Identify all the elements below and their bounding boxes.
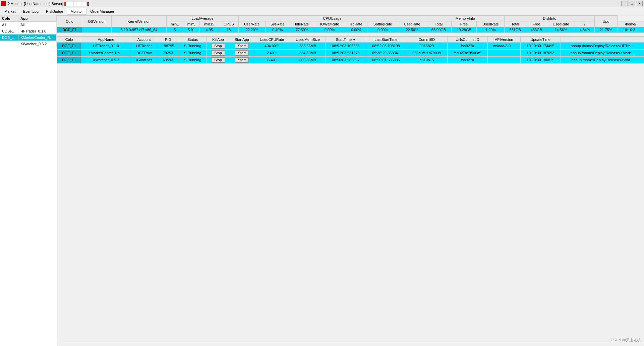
start-button-0[interactable]: Start [235, 43, 249, 49]
title-text: XMonitor [UserName:test] Server[ ███████… [8, 2, 89, 6]
pth-colo[interactable]: Colo [57, 37, 81, 43]
proc-account-1: DCERaw [131, 50, 157, 57]
sidebar-row-cdserver[interactable]: CDServer HFTrader_0.1.0 [0, 28, 57, 34]
mid-scrollbar[interactable] [57, 33, 644, 37]
process-row-1: DCE_F1 XMarketCenter_Ra.... DCERaw 79253… [57, 50, 644, 57]
th-softirqrate: SoftIrqRate [367, 21, 398, 27]
stats-mem-usedrate: 1.20% [477, 27, 505, 33]
sidebar-row-all[interactable]: All All [0, 22, 57, 28]
proc-apiversion-1 [487, 50, 520, 57]
th-upd: Upd [595, 16, 617, 27]
minimize-button[interactable]: — [621, 1, 628, 6]
proc-startapp-1[interactable]: Start [230, 50, 254, 57]
proc-commitid-1: 063d0fc:1d79039 [406, 50, 447, 57]
th-mem-free: Free [451, 21, 477, 27]
pth-account[interactable]: Account [131, 37, 157, 43]
th-iowaitrate: IOWaitRate [314, 21, 345, 27]
sidebar-app-hftrader: HFTrader_0.1.0 [18, 28, 57, 34]
menu-eventlog[interactable]: EventLog [19, 8, 42, 15]
pth-apiversion[interactable]: APIVersion [487, 37, 520, 43]
pth-status[interactable]: Status [179, 37, 206, 43]
proc-startapp-0[interactable]: Start [230, 43, 254, 50]
pth-commitid[interactable]: CommitID [406, 37, 447, 43]
proc-laststarttime-1: 09:38:29.868341 [366, 50, 406, 57]
th-colo: Colo [57, 16, 82, 27]
proc-pid-0: 188795 [157, 43, 179, 50]
pth-startapp[interactable]: StartApp [230, 37, 254, 43]
watermark: CSDN @天山老枝 [611, 338, 641, 343]
proc-killapp-0[interactable]: Stop [207, 43, 230, 50]
proc-colo-0: DCE_F1 [57, 43, 81, 50]
content-area: Colo OSVersion KernelVersion LoadAverage… [57, 15, 644, 346]
menu-riskjudge[interactable]: RiskJudge [42, 8, 67, 15]
stats-mem-free: 19.28GB [451, 27, 477, 33]
sort-desc-icon: ▼ [353, 38, 356, 42]
pth-utilscommitid[interactable]: UtilsCommitID [447, 37, 487, 43]
stats-osversion [82, 27, 111, 33]
stats-idlerate: 77.50% [290, 27, 314, 33]
proc-startapp-2[interactable]: Start [230, 57, 254, 64]
pth-usedcpurate[interactable]: UsedCPURate [254, 37, 290, 43]
pth-cmd[interactable] [561, 37, 644, 43]
pth-pid[interactable]: PID [157, 37, 179, 43]
th-usedrate-cpu: UsedRate [398, 21, 426, 27]
proc-account-2: XWatcher [131, 57, 157, 64]
pth-appname[interactable]: AppName [81, 37, 131, 43]
proc-updatetime-1: 10:10:30.187093 [520, 50, 561, 57]
th-disk-usedrate: UsedRate [547, 21, 575, 27]
stop-button-2[interactable]: Stop [211, 57, 225, 63]
server-stats-table: Colo OSVersion KernelVersion LoadAverage… [57, 15, 644, 33]
stats-sysrate: 0.40% [265, 27, 290, 33]
close-button[interactable]: ✕ [636, 1, 643, 6]
pth-starttime[interactable]: StartTime ▼ [326, 37, 366, 43]
proc-cpurate-0: 404.00% [254, 43, 290, 50]
start-button-1[interactable]: Start [235, 50, 249, 56]
proc-killapp-2[interactable]: Stop [207, 57, 230, 64]
pth-updatetime[interactable]: UpdateTime [520, 37, 561, 43]
th-sysrate: SysRate [265, 21, 290, 27]
app-icon [1, 1, 6, 6]
proc-killapp-1[interactable]: Stop [207, 50, 230, 57]
stats-mem-total: 63.00GB [426, 27, 452, 33]
sidebar-colo-header: Colo [0, 15, 18, 21]
sidebar: Colo App All All CDServer HFTrader_0.1.0… [0, 15, 57, 346]
process-table-container[interactable]: Colo AppName Account PID Status KillApp … [57, 37, 644, 342]
stats-iowaitrate: 0.00% [314, 27, 345, 33]
proc-utilscommitid-1: faa927a:7f506a5 [447, 50, 487, 57]
sidebar-app-all: All [18, 22, 57, 28]
pth-laststarttime[interactable]: LastStartTime [366, 37, 406, 43]
pth-killapp[interactable]: KillApp [207, 37, 230, 43]
start-button-2[interactable]: Start [235, 57, 249, 63]
th-diskinfo-group: DiskInfo [505, 16, 595, 21]
proc-pid-2: 63593 [157, 57, 179, 64]
stats-disk-usedrate: 14.56% [547, 27, 575, 33]
sidebar-colo-cdserver: CDServer [0, 28, 18, 34]
pth-usedmemsize[interactable]: UsedMemSize [290, 37, 326, 43]
bottom-scrollbar[interactable] [57, 342, 644, 346]
process-table: Colo AppName Account PID Status KillApp … [57, 37, 644, 64]
stats-disk-home: 21.75% [595, 27, 617, 33]
stop-button-0[interactable]: Stop [211, 43, 225, 49]
server-stats-container[interactable]: Colo OSVersion KernelVersion LoadAverage… [57, 15, 644, 33]
sidebar-colo-xwatcher-empty [0, 41, 18, 47]
proc-cpurate-2: 96.40% [254, 57, 290, 64]
stats-min5: 5.01 [183, 27, 199, 33]
stop-button-1[interactable]: Stop [211, 50, 225, 56]
window-controls: — □ ✕ [621, 1, 643, 6]
proc-cpurate-1: 2.40% [254, 50, 290, 57]
restore-button[interactable]: □ [629, 1, 635, 6]
proc-account-0: HFTrader [131, 43, 157, 50]
th-userrate: UserRate [238, 21, 265, 27]
sidebar-colo-dcef1: DCE_F1 [0, 34, 18, 41]
menu-market[interactable]: Market [1, 8, 19, 15]
sidebar-row-dcef1[interactable]: DCE_F1 XMarketCenter_Ra... [0, 34, 57, 41]
menu-monitor[interactable]: Monitor [67, 8, 86, 15]
proc-cmd-2: nohup /home/Deploy/Release/XWat... [561, 57, 644, 64]
stats-userrate: 22.20% [238, 27, 265, 33]
process-row-0: DCE_F1 HFTrader_0.1.0 HFTrader 188795 S:… [57, 43, 644, 50]
th-memoryinfo-group: MemoryInfo [426, 16, 505, 21]
proc-status-0: S:Running [179, 43, 206, 50]
proc-pid-1: 79253 [157, 50, 179, 57]
sidebar-row-xwatcher[interactable]: XWatcher_0.5.2 [0, 41, 57, 47]
menu-ordermanager[interactable]: OrderManager [86, 8, 118, 15]
